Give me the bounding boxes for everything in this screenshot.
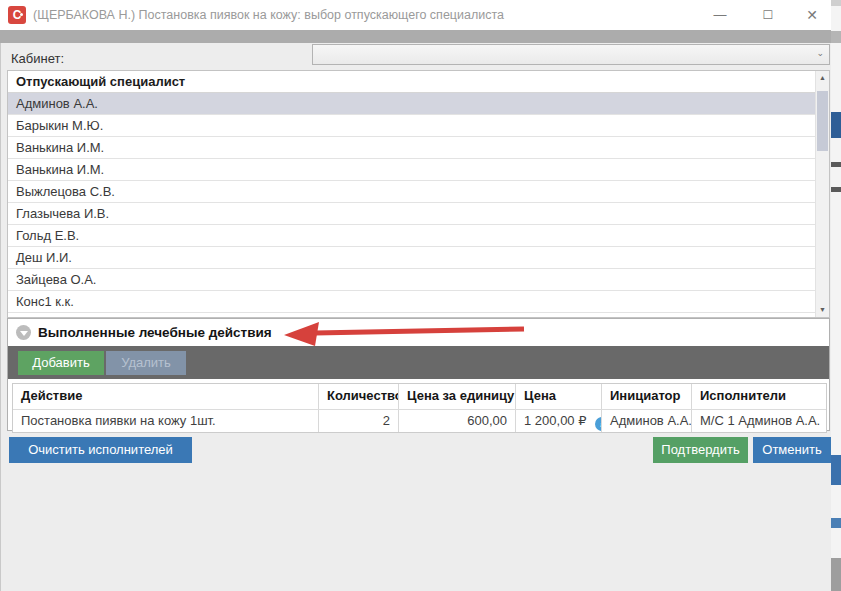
specialists-list: Отпускающий специалист Админов А.А. Бары… [7, 70, 830, 318]
list-item-specialist[interactable]: Ванькина И.М. [8, 159, 815, 181]
add-button[interactable]: Добавить [18, 351, 104, 375]
list-item-specialist[interactable]: Ванькина И.М. [8, 137, 815, 159]
col-executors: Исполнители [691, 384, 826, 409]
table-header-row: Действие Количество Цена за единицу Цена… [13, 384, 826, 409]
col-quantity: Количество [318, 384, 398, 409]
cell-unit-price: 600,00 [398, 410, 515, 432]
background-window-sliver [831, 0, 841, 591]
cancel-button[interactable]: Отменить [753, 437, 831, 463]
title-bar: C (ЩЕРБАКОВА Н.) Постановка пиявок на ко… [0, 0, 831, 30]
background-fragment [831, 187, 841, 192]
delete-button[interactable]: Удалить [106, 351, 186, 375]
chevron-down-icon: ⌄ [816, 48, 824, 58]
close-icon[interactable]: ✕ [792, 0, 832, 30]
clear-executors-button[interactable]: Очистить исполнителей [9, 437, 192, 463]
minimize-icon[interactable]: — [700, 0, 740, 30]
list-item-specialist[interactable]: Конс1 к.к. [8, 291, 815, 313]
table-row[interactable]: Постановка пиявки на кожу 1шт. 2 600,00 … [13, 409, 826, 432]
list-item-specialist[interactable]: Выжлецова С.В. [8, 181, 815, 203]
background-fragment [831, 162, 841, 167]
app-logo-dot [20, 13, 23, 16]
list-item-specialist[interactable]: Барыкин М.Ю. [8, 115, 815, 137]
confirm-button[interactable]: Подтвердить [653, 437, 748, 463]
cell-executors: М/С 1 Админов А.А. [691, 410, 826, 432]
scroll-up-icon[interactable]: ▲ [816, 71, 829, 85]
list-item-specialist[interactable]: Админов А.А. [8, 93, 815, 115]
collapse-triangle [20, 331, 28, 336]
background-fragment [831, 558, 841, 591]
cabinet-label: Кабинет: [11, 48, 64, 69]
app-logo-icon: C [8, 6, 26, 24]
cell-quantity: 2 [318, 410, 398, 432]
col-price: Цена [515, 384, 601, 409]
background-fragment [831, 31, 841, 43]
col-action: Действие [13, 384, 318, 409]
list-item-specialist[interactable]: Деш И.И. [8, 247, 815, 269]
actions-toolbar: Добавить Удалить [8, 346, 829, 379]
list-item-specialist[interactable]: Глазычева И.В. [8, 203, 815, 225]
dialog-window: C (ЩЕРБАКОВА Н.) Постановка пиявок на ко… [0, 0, 841, 591]
background-fragment [831, 455, 841, 485]
background-fragment [831, 0, 841, 6]
collapse-toggle-icon[interactable] [16, 325, 31, 340]
header-divider-band [0, 30, 831, 43]
background-fragment [831, 518, 841, 528]
cell-action: Постановка пиявки на кожу 1шт. [13, 410, 318, 432]
list-item-specialist[interactable]: Гольд Е.В. [8, 225, 815, 247]
section-title: Выполненные лечебные действия [38, 319, 272, 346]
performed-actions-section: Выполненные лечебные действия Добавить У… [7, 318, 830, 431]
scroll-down-icon[interactable]: ▼ [816, 303, 829, 317]
list-scrollbar[interactable]: ▲ ▼ [815, 71, 829, 317]
scrollbar-thumb[interactable] [817, 91, 828, 151]
col-initiator: Инициатор [601, 384, 691, 409]
specialists-list-header: Отпускающий специалист [8, 71, 829, 93]
col-unit-price: Цена за единицу [398, 384, 515, 409]
cabinet-select[interactable]: ⌄ [312, 44, 830, 65]
background-fragment [831, 112, 841, 138]
window-title: (ЩЕРБАКОВА Н.) Постановка пиявок на кожу… [33, 0, 504, 30]
cell-initiator: Админов А.А. [601, 410, 691, 432]
maximize-icon[interactable]: ☐ [748, 0, 788, 30]
actions-table: Действие Количество Цена за единицу Цена… [12, 383, 827, 433]
dialog-content: Кабинет: ⌄ Отпускающий специалист Админо… [0, 43, 831, 591]
list-item-specialist[interactable]: Зайцева О.А. [8, 269, 815, 291]
cell-price: 1 200,00 ₽i [515, 410, 601, 432]
